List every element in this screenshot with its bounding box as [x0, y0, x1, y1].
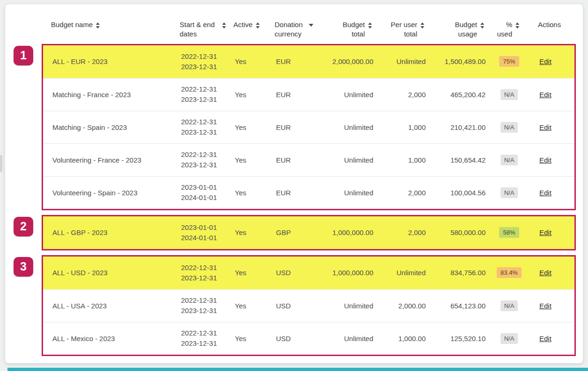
- sort-down-icon[interactable]: [309, 20, 313, 27]
- annotation-badge-2: 2: [14, 217, 33, 236]
- pct-used-badge: N/A: [501, 333, 518, 344]
- annotation-group-1: 1 ALL - EUR - 2023 2022-12-31 2023-12-31…: [42, 44, 576, 210]
- end-date: 2023-12-31: [181, 94, 232, 105]
- sort-both-icon[interactable]: [256, 20, 260, 29]
- pct-used-badge: N/A: [501, 89, 518, 100]
- edit-link[interactable]: Edit: [539, 228, 552, 236]
- annotation-group-3: 3 ALL - USD - 2023 2022-12-31 2023-12-31…: [42, 255, 576, 356]
- column-header-budget-total[interactable]: Budget total: [318, 20, 375, 39]
- budget-usage-cell: 150,654.42: [428, 156, 488, 164]
- active-cell: Yes: [235, 302, 276, 310]
- column-header-dates[interactable]: Start & end dates: [180, 20, 233, 39]
- active-cell: Yes: [235, 269, 276, 277]
- actions-cell: Edit: [533, 57, 570, 65]
- column-header-currency[interactable]: Donation currency: [275, 20, 318, 39]
- budget-name-cell: Volunteering - France - 2023: [52, 156, 181, 164]
- currency-cell: EUR: [276, 91, 319, 99]
- per-user-total-cell: 2,000: [376, 189, 428, 197]
- column-header-per-user-total[interactable]: Per user total: [375, 20, 427, 39]
- sort-both-icon[interactable]: [368, 20, 372, 29]
- actions-cell: Edit: [533, 156, 570, 164]
- edit-link[interactable]: Edit: [539, 57, 552, 65]
- pct-used-cell: N/A: [488, 89, 533, 100]
- edit-link[interactable]: Edit: [539, 91, 552, 99]
- edit-link[interactable]: Edit: [539, 302, 552, 310]
- start-date: 2022-12-31: [181, 51, 232, 62]
- budgets-card: Budget name Start & end dates Active Don…: [5, 4, 583, 364]
- actions-cell: Edit: [533, 302, 570, 310]
- actions-cell: Edit: [533, 123, 570, 131]
- table-row: Volunteering - Spain - 2023 2023-01-01 2…: [43, 176, 574, 209]
- per-user-total-cell: Unlimited: [376, 57, 428, 65]
- edit-link[interactable]: Edit: [539, 335, 552, 342]
- table-row: ALL - GBP - 2023 2023-01-01 2024-01-01 Y…: [43, 216, 574, 249]
- bottom-window-edge: [7, 368, 588, 371]
- column-header-budget-name[interactable]: Budget name: [51, 20, 180, 29]
- column-label: Donation currency: [275, 20, 305, 39]
- budget-total-cell: 1,000,000.00: [319, 269, 376, 277]
- scrollbar-fragment: [0, 155, 2, 172]
- budget-total-cell: 2,000,000.00: [319, 57, 376, 65]
- budget-total-cell: Unlimited: [319, 335, 376, 342]
- actions-cell: Edit: [533, 91, 570, 99]
- column-header-active[interactable]: Active: [233, 20, 275, 29]
- budget-usage-cell: 580,000.00: [428, 228, 488, 236]
- budget-name-cell: Matching - Spain - 2023: [52, 123, 181, 131]
- start-date: 2022-12-31: [181, 84, 232, 94]
- per-user-total-cell: 1,000.00: [376, 335, 428, 342]
- dates-cell: 2022-12-31 2023-12-31: [181, 150, 235, 170]
- currency-cell: GBP: [276, 228, 319, 236]
- budget-name-cell: Matching - France - 2023: [52, 91, 181, 99]
- budget-name-cell: ALL - Mexico - 2023: [52, 335, 181, 342]
- annotation-badge-1: 1: [14, 46, 33, 65]
- budget-usage-cell: 100,004.56: [428, 189, 488, 197]
- sort-both-icon[interactable]: [480, 20, 484, 29]
- column-label: Actions: [538, 20, 561, 29]
- table-row: Matching - Spain - 2023 2022-12-31 2023-…: [43, 111, 574, 143]
- active-cell: Yes: [235, 156, 276, 164]
- dates-cell: 2022-12-31 2023-12-31: [181, 328, 235, 349]
- active-cell: Yes: [235, 335, 276, 342]
- sort-both-icon[interactable]: [515, 20, 519, 29]
- table-row: Volunteering - France - 2023 2022-12-31 …: [43, 143, 574, 176]
- per-user-total-cell: 2,000: [376, 91, 428, 99]
- budget-total-cell: Unlimited: [319, 189, 376, 197]
- end-date: 2023-12-31: [181, 62, 232, 72]
- annotation-group-2: 2 ALL - GBP - 2023 2023-01-01 2024-01-01…: [42, 215, 576, 250]
- edit-link[interactable]: Edit: [539, 156, 552, 164]
- currency-cell: USD: [276, 335, 319, 342]
- pct-used-badge: N/A: [501, 300, 518, 311]
- end-date: 2023-12-31: [181, 338, 232, 349]
- budget-usage-cell: 1,500,489.00: [428, 57, 488, 65]
- start-date: 2022-12-31: [181, 117, 232, 127]
- dates-cell: 2023-01-01 2024-01-01: [181, 222, 235, 243]
- edit-link[interactable]: Edit: [539, 189, 552, 197]
- column-header-budget-usage[interactable]: Budget usage: [427, 20, 487, 39]
- start-date: 2022-12-31: [181, 263, 232, 273]
- edit-link[interactable]: Edit: [539, 123, 552, 131]
- pct-used-cell: N/A: [488, 300, 533, 311]
- end-date: 2023-12-31: [181, 273, 232, 283]
- pct-used-badge: 83.4%: [497, 267, 522, 278]
- currency-cell: EUR: [276, 123, 319, 131]
- budget-total-cell: 1,000,000.00: [319, 228, 376, 236]
- actions-cell: Edit: [533, 228, 570, 236]
- per-user-total-cell: 2,000: [376, 228, 428, 236]
- sort-both-icon[interactable]: [421, 20, 424, 29]
- pct-used-cell: N/A: [488, 187, 533, 198]
- currency-cell: EUR: [276, 57, 319, 65]
- currency-cell: USD: [276, 302, 319, 310]
- column-header-pct-used[interactable]: % used: [487, 20, 531, 39]
- edit-link[interactable]: Edit: [539, 269, 552, 277]
- end-date: 2024-01-01: [181, 233, 232, 243]
- sort-both-icon[interactable]: [96, 20, 100, 29]
- actions-cell: Edit: [533, 269, 570, 277]
- actions-cell: Edit: [533, 335, 570, 342]
- sort-both-icon[interactable]: [222, 20, 226, 29]
- start-date: 2022-12-31: [181, 295, 232, 306]
- active-cell: Yes: [235, 91, 276, 99]
- pct-used-badge: N/A: [501, 122, 518, 133]
- column-header-actions: Actions: [531, 20, 569, 29]
- actions-cell: Edit: [533, 189, 570, 197]
- active-cell: Yes: [235, 189, 276, 197]
